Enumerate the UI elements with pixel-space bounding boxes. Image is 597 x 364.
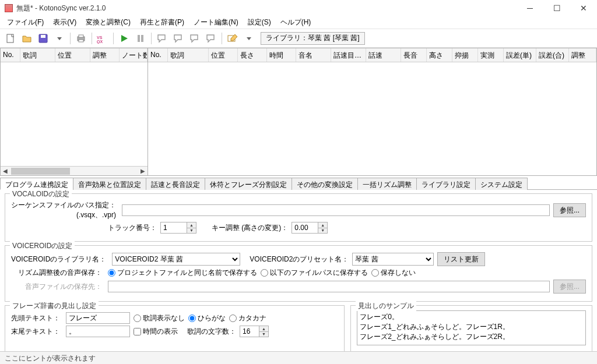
vocaloid-group: VOCALOIDの設定 シーケンスファイルのパス指定： (.vsqx、.vpr)… [5, 193, 592, 242]
svg-rect-5 [79, 35, 83, 37]
svg-marker-9 [121, 35, 128, 42]
browse-seq-button[interactable]: 参照... [553, 203, 586, 217]
spin-up-icon[interactable]: ▲ [259, 326, 268, 332]
key-spinner[interactable]: ▲▼ [292, 222, 328, 234]
app-icon [5, 4, 13, 12]
right-grid-header: No. 歌詞 位置 長さ 時間 音名 話速目… 話速 長音 高さ 抑揚 実測 誤… [148, 48, 596, 62]
col-speed-tgt[interactable]: 話速目… [331, 48, 366, 62]
menu-view[interactable]: 表示(V) [48, 16, 81, 29]
phrase-group: フレーズ辞書の見出し設定 先頭テキスト： 歌詞表示なし ひらがな カタカナ 末尾… [5, 305, 345, 351]
lyrics-none[interactable]: 歌詞表示なし [134, 313, 185, 323]
spin-down-icon[interactable]: ▼ [259, 332, 268, 337]
svg-rect-10 [138, 35, 140, 42]
settings-tabs: プログラム連携設定 音声効果と位置設定 話速と長音設定 休符とフレーズ分割設定 … [0, 177, 597, 190]
right-grid-body[interactable] [148, 62, 596, 175]
tab-program-link[interactable]: プログラム連携設定 [0, 178, 73, 190]
svg-marker-13 [247, 37, 251, 40]
col-pitch[interactable]: 高さ [427, 48, 452, 62]
col-no[interactable]: No. [1, 48, 20, 62]
track-spinner[interactable]: ▲▼ [160, 222, 196, 234]
menu-help[interactable]: ヘルプ(H) [276, 16, 316, 29]
vsqx-convert-button[interactable]: VSQX [96, 31, 110, 45]
left-scrollbar[interactable]: ◀▶ [1, 166, 148, 175]
svg-rect-11 [141, 35, 143, 42]
spin-down-icon[interactable]: ▼ [187, 228, 196, 234]
vr-preset-select[interactable]: 琴葉 茜 [352, 253, 434, 266]
speech-3-button[interactable] [188, 31, 202, 45]
left-grid[interactable]: No. 歌詞 位置 調整 ノート数 ◀▶ [0, 48, 148, 176]
col-time[interactable]: 時間 [267, 48, 296, 62]
tab-speed[interactable]: 話速と長音設定 [146, 178, 205, 190]
svg-rect-2 [41, 35, 45, 38]
menu-file[interactable]: ファイル(F) [2, 16, 48, 29]
menu-convert[interactable]: 変換と調整(C) [81, 16, 135, 29]
speech-4-button[interactable] [204, 31, 218, 45]
update-list-button[interactable]: リスト更新 [437, 252, 485, 266]
minimize-button[interactable]: ─ [517, 0, 543, 16]
svg-marker-3 [57, 37, 62, 40]
lyrics-hiragana[interactable]: ひらがな [188, 313, 226, 323]
tab-audio-effect[interactable]: 音声効果と位置設定 [73, 178, 146, 190]
col-note[interactable]: 音名 [296, 48, 331, 62]
col-len[interactable]: 長さ [238, 48, 267, 62]
vr-savepath-input [108, 281, 550, 292]
open-file-button[interactable] [20, 31, 34, 45]
speech-2-button[interactable] [171, 31, 185, 45]
spin-down-icon[interactable]: ▼ [318, 228, 327, 234]
right-grid[interactable]: No. 歌詞 位置 長さ 時間 音名 話速目… 話速 長音 高さ 抑揚 実測 誤… [148, 48, 597, 176]
titlebar: 無題* - KotonoSync ver.2.1.0 ─ ☐ ✕ [0, 0, 597, 16]
seq-path-input[interactable] [122, 204, 550, 216]
show-time-check[interactable]: 時間の表示 [134, 327, 178, 337]
menu-play[interactable]: 再生と辞書(P) [135, 16, 189, 29]
lyrics-katakana[interactable]: カタカナ [229, 313, 266, 323]
left-grid-body[interactable] [1, 62, 148, 166]
speech-1-button[interactable] [155, 31, 169, 45]
pause-button[interactable] [134, 31, 148, 45]
dropdown-icon[interactable] [52, 31, 66, 45]
tab-other-conv[interactable]: その他の変換設定 [292, 178, 358, 190]
close-button[interactable]: ✕ [570, 0, 597, 16]
col-no[interactable]: No. [148, 48, 168, 62]
spin-up-icon[interactable]: ▲ [318, 222, 327, 228]
col-speed[interactable]: 話速 [366, 48, 401, 62]
col-inton[interactable]: 抑揚 [452, 48, 478, 62]
window-title: 無題* - KotonoSync ver.2.1.0 [16, 3, 517, 13]
col-long[interactable]: 長音 [401, 48, 427, 62]
char-count-spinner[interactable]: ▲▼ [240, 326, 269, 337]
new-file-button[interactable] [3, 31, 17, 45]
col-meas[interactable]: 実測 [478, 48, 504, 62]
save-opt-1[interactable]: プロジェクトファイルと同じ名前で保存する [108, 268, 257, 278]
menu-settings[interactable]: 設定(S) [243, 16, 276, 29]
key-label: キー調整 (高さの変更)： [212, 223, 288, 233]
col-err2[interactable]: 誤差(合) [536, 48, 569, 62]
maximize-button[interactable]: ☐ [543, 0, 570, 16]
seq-path-label: シーケンスファイルのパス指定： (.vsqx、.vpr) [11, 200, 118, 220]
vr-lib-select[interactable]: VOICEROID2 琴葉 茜 [112, 253, 240, 266]
dropdown-icon[interactable] [242, 31, 256, 45]
col-adj[interactable]: 調整 [569, 48, 596, 62]
head-text-input[interactable] [66, 312, 130, 324]
save-opt-2[interactable]: 以下のファイルパスに保存する [261, 268, 368, 278]
col-lyrics[interactable]: 歌詞 [20, 48, 55, 62]
spin-up-icon[interactable]: ▲ [187, 222, 196, 228]
tab-rest-split[interactable]: 休符とフレーズ分割設定 [205, 178, 292, 190]
col-err1[interactable]: 誤差(単) [504, 48, 536, 62]
library-display: ライブラリ：琴葉 茜 [琴葉 茜] [261, 32, 365, 45]
tab-rhythm[interactable]: 一括リズム調整 [357, 178, 417, 190]
col-lyrics[interactable]: 歌詞 [168, 48, 209, 62]
print-button[interactable] [74, 31, 88, 45]
tail-text-input[interactable] [66, 326, 130, 337]
edit-note-button[interactable] [226, 31, 240, 45]
tab-system[interactable]: システム設定 [475, 178, 528, 190]
tab-library[interactable]: ライブラリ設定 [416, 178, 476, 190]
col-pos[interactable]: 位置 [209, 48, 238, 62]
svg-text:VS: VS [97, 36, 103, 40]
menu-note[interactable]: ノート編集(N) [189, 16, 243, 29]
col-pos[interactable]: 位置 [55, 48, 90, 62]
col-adj[interactable]: 調整 [90, 48, 120, 62]
char-count-label: 歌詞の文字数： [187, 327, 236, 337]
col-notes[interactable]: ノート数 [120, 48, 148, 62]
save-opt-3[interactable]: 保存しない [371, 268, 416, 278]
save-button[interactable] [36, 31, 50, 45]
play-button[interactable] [117, 31, 131, 45]
